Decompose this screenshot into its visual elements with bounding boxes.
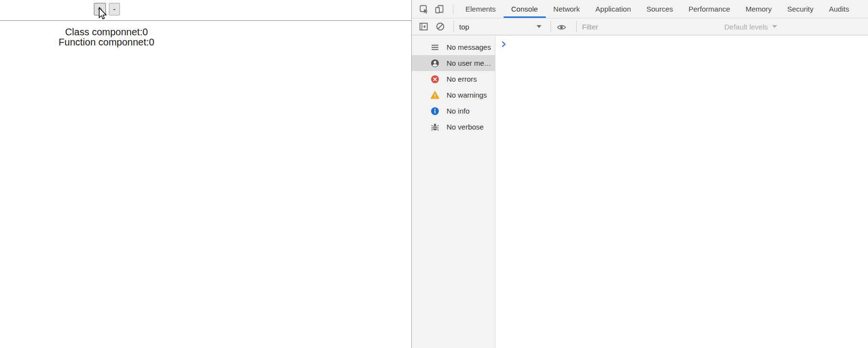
app-window: + - Class componnet:0 Function componnet… (0, 0, 868, 348)
bug-icon (431, 123, 439, 131)
filter-input[interactable] (582, 20, 718, 33)
sidebar-item-info[interactable]: No info (412, 103, 495, 119)
devtools-tabbar: Elements Console Network Application Sou… (412, 0, 868, 18)
sidebar-item-label: No verbose (447, 123, 484, 131)
sidebar-item-label: No warnings (447, 91, 487, 99)
mouse-cursor-icon (98, 7, 108, 21)
tab-audits[interactable]: Audits (821, 0, 857, 18)
toggle-device-toolbar-button[interactable] (434, 4, 444, 14)
execution-context-selector[interactable]: top (459, 18, 546, 35)
live-expression-button[interactable] (556, 22, 566, 32)
class-counter-text: Class componnet:0 (0, 27, 213, 37)
chevron-down-icon (772, 25, 777, 28)
tab-memory[interactable]: Memory (738, 0, 779, 18)
toolbar-separator (576, 21, 577, 32)
tab-elements[interactable]: Elements (458, 0, 504, 18)
console-toolbar: top Default levels (412, 18, 868, 35)
info-icon (431, 107, 439, 116)
function-counter-text: Function componnet:0 (0, 37, 213, 47)
sidebar-item-user-messages[interactable]: No user me… (412, 55, 495, 71)
default-levels-label: Default levels (724, 23, 768, 31)
tab-sources[interactable]: Sources (639, 0, 681, 18)
devtools-tabs: Elements Console Network Application Sou… (458, 0, 868, 18)
clear-console-button[interactable] (435, 22, 445, 31)
warning-icon (431, 91, 439, 100)
default-levels-dropdown[interactable]: Default levels (724, 18, 777, 35)
toolbar-separator (453, 21, 454, 32)
tab-console[interactable]: Console (504, 0, 546, 18)
sidebar-dock-icon (419, 22, 429, 31)
sidebar-item-label: No messages (447, 43, 491, 51)
decrement-button[interactable]: - (109, 3, 120, 15)
console-messages-pane (495, 36, 868, 348)
devtools-panel: Elements Console Network Application Sou… (411, 0, 868, 348)
sidebar-item-label: No user me… (447, 59, 492, 67)
tabbar-separator (453, 4, 453, 14)
clear-console-icon (435, 22, 445, 31)
sidebar-item-warnings[interactable]: No warnings (412, 87, 495, 103)
eye-icon (557, 23, 566, 32)
device-toolbar-icon (434, 4, 444, 14)
tab-application[interactable]: Application (588, 0, 639, 18)
prompt-chevron-icon (502, 41, 506, 47)
tab-security[interactable]: Security (779, 0, 821, 18)
counter-display: Class componnet:0 Function componnet:0 (0, 27, 213, 47)
list-icon (431, 43, 439, 52)
inspect-element-button[interactable] (419, 4, 429, 14)
user-icon (431, 59, 439, 68)
console-prompt[interactable] (495, 36, 868, 52)
tab-performance[interactable]: Performance (681, 0, 738, 18)
toggle-console-sidebar-button[interactable] (419, 22, 429, 31)
sidebar-item-label: No errors (447, 75, 477, 83)
toolbar-separator (551, 21, 551, 32)
context-selector-label: top (459, 23, 469, 31)
console-filter-sidebar: No messages No user me… (412, 36, 495, 348)
page-button-bar: + - (0, 0, 411, 21)
error-icon (431, 75, 439, 84)
tab-network[interactable]: Network (546, 0, 588, 18)
sidebar-item-errors[interactable]: No errors (412, 71, 495, 87)
console-body: No messages No user me… (412, 36, 868, 348)
browser-page: + - Class componnet:0 Function componnet… (0, 0, 411, 348)
chevron-down-icon (537, 25, 541, 28)
sidebar-item-label: No info (447, 107, 470, 115)
sidebar-item-verbose[interactable]: No verbose (412, 119, 495, 135)
inspect-cursor-icon (419, 5, 429, 14)
sidebar-item-all-messages[interactable]: No messages (412, 39, 495, 55)
